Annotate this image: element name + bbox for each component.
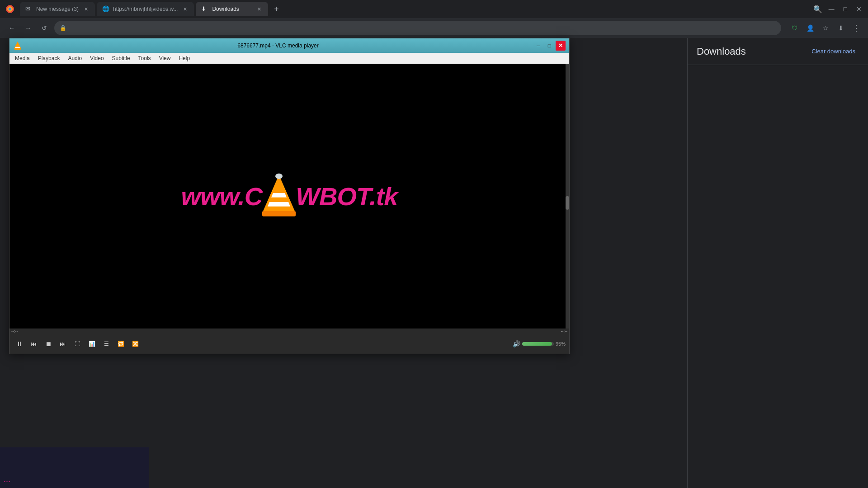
vlc-cone-icon xyxy=(259,173,299,220)
search-icon[interactable]: 🔍 xyxy=(813,5,822,14)
vlc-controls-bar: ⏸ ⏮ ⏹ ⏭ ⛶ 📊 ☰ 🔁 🔀 🔊 95% xyxy=(9,334,569,354)
vlc-volume-slider[interactable] xyxy=(522,342,554,346)
downloads-panel: Downloads Clear downloads xyxy=(687,38,868,488)
vlc-window: 6876677.mp4 - VLC media player ─ □ ✕ Med… xyxy=(9,38,570,354)
star-icon[interactable]: ☆ xyxy=(819,22,832,34)
browser-toolbar: ← → ↺ 🔒 🛡 👤 ☆ ⬇ ⋮ xyxy=(0,18,868,38)
tab-favicon-downloads: ⬇ xyxy=(201,5,208,13)
minimize-button[interactable]: ─ xyxy=(826,5,837,14)
restore-button[interactable]: □ xyxy=(841,5,850,13)
vlc-stop-button[interactable]: ⏹ xyxy=(42,338,55,350)
vlc-time-left: --:-- xyxy=(11,329,18,333)
browser-actions: 🛡 👤 ☆ ⬇ ⋮ xyxy=(788,22,863,34)
menu-item-media[interactable]: Media xyxy=(11,54,33,62)
close-button[interactable]: ✕ xyxy=(854,5,864,13)
vlc-loop-button[interactable]: 🔁 xyxy=(114,338,127,350)
tab-label-downloads: Downloads xyxy=(212,6,252,12)
tab-close-mail[interactable]: ✕ xyxy=(82,5,90,13)
vlc-volume-area: 🔊 95% xyxy=(513,340,566,347)
address-bar[interactable]: 🔒 xyxy=(54,21,781,35)
vlc-restore-button[interactable]: □ xyxy=(545,41,554,50)
vlc-volume-icon: 🔊 xyxy=(513,340,520,347)
browser-title-bar: ✉ New message (3) ✕ 🌐 https://mbnvjhhfjv… xyxy=(0,0,868,18)
tab-favicon-video: 🌐 xyxy=(102,5,109,13)
tab-video[interactable]: 🌐 https://mbnvjhhfjvideos.w... ✕ xyxy=(97,2,194,16)
status-dots: ... xyxy=(4,475,10,484)
download-icon[interactable]: ⬇ xyxy=(835,22,847,34)
vlc-menu-bar: Media Playback Audio Video Subtitle Tool… xyxy=(9,53,569,64)
vlc-fullscreen-button[interactable]: ⛶ xyxy=(71,338,84,350)
menu-item-help[interactable]: Help xyxy=(175,54,193,62)
watermark-text-left: www.C xyxy=(181,182,263,211)
tab-new-message[interactable]: ✉ New message (3) ✕ xyxy=(20,2,95,16)
shield-icon: 🛡 xyxy=(788,22,801,34)
profile-icon[interactable]: 👤 xyxy=(804,22,816,34)
vlc-next-button[interactable]: ⏭ xyxy=(57,338,69,350)
vlc-volume-percentage: 95% xyxy=(556,341,566,347)
back-button[interactable]: ← xyxy=(5,22,18,34)
svg-marker-9 xyxy=(268,202,290,206)
downloads-list xyxy=(688,65,868,488)
browser-content-area: 6876677.mp4 - VLC media player ─ □ ✕ Med… xyxy=(0,38,868,488)
vlc-minimize-button[interactable]: ─ xyxy=(534,41,543,50)
vlc-video-area[interactable]: www.C xyxy=(9,64,569,328)
forward-button[interactable]: → xyxy=(22,22,34,34)
tab-label-mail: New message (3) xyxy=(36,6,79,12)
tab-close-downloads[interactable]: ✕ xyxy=(255,5,263,13)
vlc-extended-settings-button[interactable]: 📊 xyxy=(85,338,98,350)
tab-label-video: https://mbnvjhhfjvideos.w... xyxy=(113,6,178,12)
vlc-time-right: --:-- xyxy=(561,329,568,333)
vlc-play-pause-button[interactable]: ⏸ xyxy=(13,338,26,350)
reload-button[interactable]: ↺ xyxy=(38,22,51,34)
svg-rect-4 xyxy=(15,47,20,48)
vlc-playlist-button[interactable]: ☰ xyxy=(100,338,113,350)
browser-logo-icon xyxy=(4,3,16,15)
watermark-text-right: WBOT.tk xyxy=(296,182,397,211)
vlc-prev-button[interactable]: ⏮ xyxy=(28,338,40,350)
bottom-taskbar-area: ... xyxy=(0,447,149,488)
tab-downloads[interactable]: ⬇ Downloads ✕ xyxy=(196,2,268,16)
svg-point-11 xyxy=(275,174,283,179)
vlc-timeline[interactable]: --:-- --:-- xyxy=(9,328,569,334)
svg-rect-10 xyxy=(262,211,296,216)
vlc-title-text: 6876677.mp4 - VLC media player xyxy=(26,42,530,49)
vlc-title-bar: 6876677.mp4 - VLC media player ─ □ ✕ xyxy=(9,38,569,53)
tab-close-video[interactable]: ✕ xyxy=(181,5,189,13)
vlc-window-controls: ─ □ ✕ xyxy=(534,41,566,51)
vlc-scrollbar[interactable] xyxy=(566,64,569,328)
menu-icon[interactable]: ⋮ xyxy=(850,22,863,34)
svg-rect-5 xyxy=(14,48,21,50)
svg-marker-8 xyxy=(271,193,287,197)
downloads-panel-title: Downloads xyxy=(697,46,808,57)
menu-item-playback[interactable]: Playback xyxy=(34,54,64,62)
vlc-watermark: www.C xyxy=(181,173,398,220)
vlc-close-button[interactable]: ✕ xyxy=(556,41,566,51)
menu-item-view[interactable]: View xyxy=(156,54,175,62)
menu-item-video[interactable]: Video xyxy=(86,54,107,62)
new-tab-button[interactable]: + xyxy=(270,3,283,15)
svg-point-2 xyxy=(9,8,11,10)
clear-downloads-button[interactable]: Clear downloads xyxy=(808,46,859,56)
vlc-volume-fill xyxy=(522,342,552,346)
menu-item-subtitle[interactable]: Subtitle xyxy=(108,54,134,62)
menu-item-audio[interactable]: Audio xyxy=(64,54,85,62)
vlc-scroll-thumb[interactable] xyxy=(566,196,569,210)
downloads-panel-header: Downloads Clear downloads xyxy=(688,38,868,65)
address-bar-lock-icon: 🔒 xyxy=(60,25,66,31)
browser-window: ✉ New message (3) ✕ 🌐 https://mbnvjhhfjv… xyxy=(0,0,868,488)
tab-favicon-mail: ✉ xyxy=(25,5,33,13)
menu-item-tools[interactable]: Tools xyxy=(135,54,155,62)
vlc-random-button[interactable]: 🔀 xyxy=(129,338,142,350)
vlc-logo-icon xyxy=(13,41,22,50)
